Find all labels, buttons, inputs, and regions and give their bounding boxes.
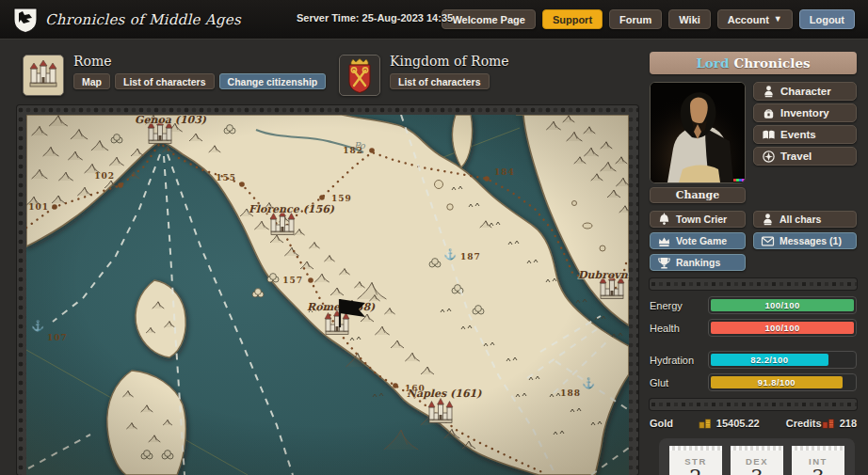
all-chars-button[interactable]: All chars (753, 211, 857, 228)
list-of-characters-button[interactable]: List of characters (115, 73, 215, 89)
world-map[interactable]: 101102155159157182184160⚓107⚓187⚓188Geno… (26, 115, 629, 475)
events-button[interactable]: Events (753, 125, 857, 144)
divider-ornament (650, 399, 857, 410)
hydration-value: 82.2/100 (750, 355, 788, 365)
rankings-button[interactable]: Rankings (650, 254, 746, 271)
button-label: List of characters (398, 76, 481, 87)
energy-bar: 100/100 (708, 296, 857, 314)
inventory-button[interactable]: Inventory (753, 103, 857, 122)
hydration-bar-fill: 82.2/100 (711, 354, 828, 366)
energy-bar-fill: 100/100 (711, 299, 854, 311)
bust-icon (762, 85, 776, 99)
svg-text:188: 188 (560, 388, 581, 398)
button-label: Change citizenship (228, 76, 318, 87)
list-of-characters-button[interactable]: List of characters (390, 73, 490, 89)
stat-card-str: STR2 (669, 446, 722, 475)
svg-text:Florence (156): Florence (156) (249, 203, 335, 215)
button-label: Character (780, 86, 831, 97)
top-bar: Chronicles of Middle Ages Server Time: 2… (0, 0, 868, 40)
svg-text:102: 102 (94, 171, 115, 181)
wolf-shield-logo-icon (13, 7, 38, 33)
bell-icon (657, 213, 671, 227)
welcome-page-button[interactable]: Welcome Page (442, 9, 535, 29)
top-navigation: Welcome PageSupportForumWikiAccount▼Logo… (442, 9, 855, 29)
glut-bar: 91.8/100 (708, 373, 857, 391)
satchel-icon (762, 106, 776, 120)
anchor-icon: ⚓ (582, 376, 595, 389)
anchor-icon: ⚓ (31, 319, 44, 332)
health-bar-row: Health100/100 (650, 319, 857, 337)
glut-bar-row: Glut91.8/100 (650, 373, 857, 391)
envelope-icon (761, 234, 775, 248)
change-citizenship-button[interactable]: Change citizenship (219, 73, 327, 89)
town-thumbnail[interactable] (23, 55, 64, 96)
button-label: All chars (780, 214, 821, 225)
character-name-banner[interactable]: Lord Chronicles (650, 52, 857, 74)
kingdom-buttons: List of characters (390, 73, 509, 89)
book-icon (762, 128, 776, 142)
character-sidebar: Lord Chronicles (650, 52, 857, 475)
forum-button[interactable]: Forum (609, 9, 662, 29)
svg-text:Naples (161): Naples (161) (407, 388, 482, 400)
credits-value: 218 (840, 418, 857, 429)
travel-button[interactable]: Travel (753, 147, 857, 166)
character-button[interactable]: Character (753, 82, 857, 101)
logout-button[interactable]: Logout (799, 9, 855, 29)
stat-value: 3 (792, 467, 844, 475)
svg-text:101: 101 (28, 202, 49, 212)
glut-bar-fill: 91.8/100 (711, 376, 843, 388)
bust-icon (761, 213, 775, 227)
gold-coins-icon (699, 418, 712, 429)
kingdom-thumbnail[interactable] (339, 55, 380, 96)
svg-text:107: 107 (47, 333, 68, 342)
trophy-icon (657, 256, 671, 270)
svg-text:159: 159 (331, 194, 352, 203)
health-bar: 100/100 (708, 319, 857, 337)
change-character-button[interactable]: Change (650, 187, 746, 203)
vote-game-button[interactable]: Vote Game (650, 232, 746, 249)
map-button[interactable]: Map (73, 73, 110, 89)
energy-bar-row: Energy100/100 (650, 296, 857, 314)
attribute-cards: STR2DEX3INT3 (659, 438, 855, 475)
kingdom-header: Kingdom of Rome List of characters (339, 55, 509, 96)
support-button[interactable]: Support (542, 9, 603, 29)
svg-text:187: 187 (460, 252, 481, 261)
gold-value: 15405.22 (716, 418, 760, 429)
health-label: Health (650, 323, 708, 334)
credits-coins-icon (822, 418, 835, 429)
messages-1-button[interactable]: Messages (1) (753, 232, 857, 249)
town-buttons: MapList of charactersChange citizenship (73, 73, 326, 89)
brand[interactable]: Chronicles of Middle Ages (13, 7, 241, 33)
energy-label: Energy (650, 300, 708, 311)
svg-text:157: 157 (282, 276, 303, 285)
character-menu: CharacterInventoryEventsTravel (753, 82, 857, 203)
kingdom-name: Kingdom of Rome (390, 55, 509, 69)
compass-icon (762, 150, 776, 164)
status-bars: Energy100/100Health100/100Hydration82.2/… (650, 296, 857, 391)
account-button[interactable]: Account▼ (717, 9, 793, 29)
button-label: Messages (1) (780, 235, 842, 246)
town-name: Rome (73, 55, 326, 69)
button-label: Vote Game (676, 235, 727, 246)
button-label: Map (82, 76, 102, 87)
quick-actions: Town CrierAll charsVote GameMessages (1)… (650, 211, 857, 271)
map-panel: 101102155159157182184160⚓107⚓187⚓188Geno… (17, 105, 638, 475)
button-label: List of characters (123, 76, 206, 87)
town-crier-button[interactable]: Town Crier (650, 211, 746, 228)
character-portrait (650, 82, 746, 183)
wealth-row: Gold 15405.22 Credits 218 (650, 418, 857, 429)
divider-ornament (650, 278, 857, 290)
wiki-button[interactable]: Wiki (668, 9, 711, 29)
svg-text:184: 184 (494, 167, 515, 177)
town-header: Rome MapList of charactersChange citizen… (23, 55, 326, 96)
character-name: Chronicles (733, 55, 810, 71)
button-label: Logout (810, 14, 844, 25)
button-label: Travel (780, 150, 812, 162)
town-castle-icon (26, 60, 60, 90)
health-bar-fill: 100/100 (711, 322, 854, 334)
kingdom-shield-icon (347, 57, 372, 93)
caret-down-icon: ▼ (774, 15, 782, 24)
glut-value: 91.8/100 (758, 377, 796, 388)
button-label: Events (780, 129, 816, 140)
crown-icon (657, 234, 671, 248)
